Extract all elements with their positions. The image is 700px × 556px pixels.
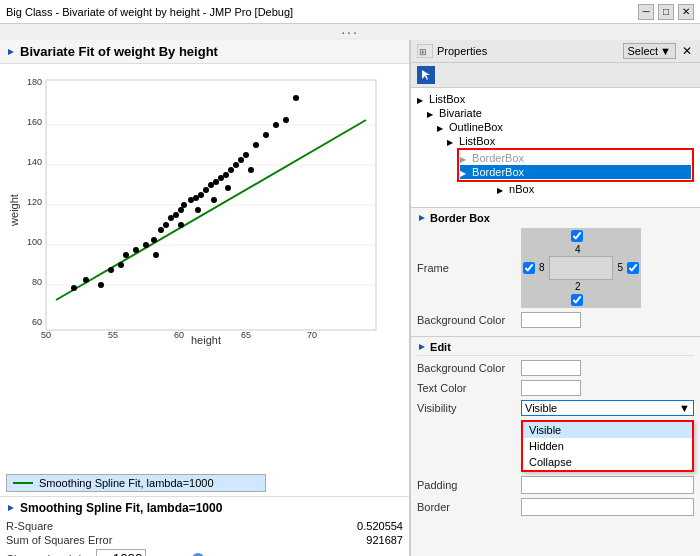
spline-title: Smoothing Spline Fit, lambda=1000	[20, 501, 222, 515]
sse-label: Sum of Squares Error	[6, 534, 112, 546]
bivariate-title: Bivariate Fit of weight By height	[20, 44, 218, 59]
cursor-tool-icon[interactable]	[417, 66, 435, 84]
tree-item-outlinebox[interactable]: ▶ OutlineBox	[417, 120, 694, 134]
tree-item-listbox-nested[interactable]: ▶ ListBox	[417, 134, 694, 148]
svg-text:50: 50	[41, 330, 51, 340]
frame-top-checkbox[interactable]	[571, 230, 583, 242]
svg-point-52	[283, 117, 289, 123]
svg-point-34	[173, 212, 179, 218]
visibility-option-collapse[interactable]: Collapse	[523, 454, 692, 470]
svg-point-22	[71, 285, 77, 291]
frame-label: Frame	[417, 262, 517, 274]
select-button[interactable]: Select ▼	[623, 43, 676, 59]
svg-point-43	[218, 175, 224, 181]
svg-point-53	[293, 95, 299, 101]
svg-point-33	[168, 215, 174, 221]
tree-expand-icon: ▶	[447, 138, 453, 147]
legend-line-icon	[13, 482, 33, 484]
edit-background-color-row: Background Color	[417, 360, 694, 376]
tree-label: ListBox	[459, 135, 495, 147]
svg-point-57	[211, 197, 217, 203]
svg-point-30	[151, 237, 157, 243]
collapse-triangle-icon[interactable]	[6, 47, 16, 57]
frame-left-number: 8	[539, 262, 545, 273]
tree-expand-icon: ▶	[417, 96, 423, 105]
visibility-dropdown-arrow-icon: ▼	[679, 402, 690, 414]
svg-point-42	[213, 179, 219, 185]
edit-text-color-swatch[interactable]	[521, 380, 581, 396]
svg-point-49	[253, 142, 259, 148]
tree-expand-icon: ▶	[460, 155, 466, 164]
svg-point-24	[98, 282, 104, 288]
tree-item-bivariate[interactable]: ▶ Bivariate	[417, 106, 694, 120]
spline-section: Smoothing Spline Fit, lambda=1000 R-Squa…	[0, 496, 409, 556]
legend-text: Smoothing Spline Fit, lambda=1000	[39, 477, 214, 489]
edit-visibility-label: Visibility	[417, 402, 517, 414]
frame-row: Frame 4 8 5 2	[417, 228, 694, 308]
tree-item-listbox-root[interactable]: ▶ ListBox	[417, 92, 694, 106]
properties-close-button[interactable]: ✕	[680, 44, 694, 58]
close-button[interactable]: ✕	[678, 4, 694, 20]
svg-point-31	[158, 227, 164, 233]
properties-icon: ⊞	[417, 44, 433, 58]
tree-item-borderbox-2[interactable]: ▶ BorderBox	[460, 165, 691, 179]
svg-text:55: 55	[108, 330, 118, 340]
svg-point-36	[181, 202, 187, 208]
svg-point-35	[178, 207, 184, 213]
svg-text:140: 140	[27, 157, 42, 167]
border-box-title: Border Box	[430, 212, 490, 224]
tree-label: ListBox	[429, 93, 465, 105]
tree-item-nbox[interactable]: ▶ nBox	[457, 182, 694, 196]
background-color-swatch-border[interactable]	[521, 312, 581, 328]
edit-padding-label: Padding	[417, 479, 517, 491]
svg-point-59	[248, 167, 254, 173]
svg-text:⊞: ⊞	[419, 47, 427, 57]
edit-title: Edit	[430, 341, 451, 353]
bivariate-section-header: Bivariate Fit of weight By height	[0, 40, 409, 64]
tree-label: BorderBox	[472, 152, 524, 164]
sse-value: 921687	[366, 534, 403, 546]
title-bar: Big Class - Bivariate of weight by heigh…	[0, 0, 700, 24]
frame-right-checkbox[interactable]	[627, 262, 639, 274]
edit-padding-row: Padding	[417, 476, 694, 494]
tree-label: nBox	[509, 183, 534, 195]
edit-border-label: Border	[417, 501, 517, 513]
left-panel: Bivariate Fit of weight By height weight…	[0, 40, 410, 556]
edit-bg-color-label: Background Color	[417, 362, 517, 374]
edit-padding-input[interactable]	[521, 476, 694, 494]
visibility-dropdown-container: Visible ▼ Visible Hidden Collapse	[521, 400, 694, 416]
frame-top-number: 4	[575, 244, 581, 255]
border-box-triangle-icon	[417, 213, 427, 223]
lambda-input[interactable]	[96, 549, 146, 556]
properties-header: ⊞ Properties Select ▼ ✕	[411, 40, 700, 63]
svg-text:100: 100	[27, 237, 42, 247]
minimize-button[interactable]: ─	[638, 4, 654, 20]
svg-marker-65	[419, 344, 425, 350]
visibility-option-hidden[interactable]: Hidden	[523, 438, 692, 454]
title-controls: ─ □ ✕	[638, 4, 694, 20]
tree-label: BorderBox	[472, 166, 524, 178]
frame-visual: 4 8 5 2	[521, 228, 641, 308]
rsquare-label: R-Square	[6, 520, 53, 532]
maximize-button[interactable]: □	[658, 4, 674, 20]
tree-item-borderbox-1[interactable]: ▶ BorderBox	[460, 151, 691, 165]
background-color-label-border: Background Color	[417, 314, 517, 326]
visibility-option-visible[interactable]: Visible	[523, 422, 692, 438]
frame-bottom-checkbox[interactable]	[571, 294, 583, 306]
svg-point-38	[193, 195, 199, 201]
legend-bar: Smoothing Spline Fit, lambda=1000	[6, 474, 266, 492]
main-content: Bivariate Fit of weight By height weight…	[0, 40, 700, 556]
svg-point-54	[153, 252, 159, 258]
border-box-header: Border Box	[417, 212, 694, 224]
toolbar-row	[411, 63, 700, 88]
svg-point-56	[195, 207, 201, 213]
visibility-dropdown[interactable]: Visible ▼	[521, 400, 694, 416]
svg-point-41	[208, 182, 214, 188]
edit-bg-color-swatch[interactable]	[521, 360, 581, 376]
chart-area: weight height 60 80 100 120 140 160 180 …	[0, 64, 409, 470]
svg-marker-60	[8, 505, 14, 511]
frame-left-checkbox[interactable]	[523, 262, 535, 274]
edit-border-input[interactable]	[521, 498, 694, 516]
svg-marker-63	[422, 70, 430, 80]
tree-expand-icon: ▶	[460, 169, 466, 178]
